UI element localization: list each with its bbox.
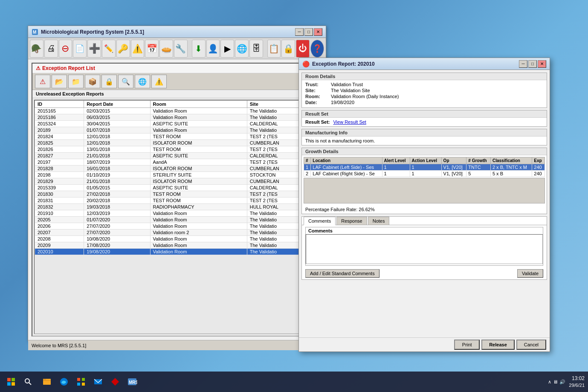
table-row[interactable]: 20208 10/08/2020 Validation Room The Val…: [35, 236, 319, 242]
mrs-window-controls: ─ □ ✕: [295, 28, 322, 36]
table-row[interactable]: 20197 18/07/2019 AandA TEST 2 (TES: [35, 159, 319, 166]
taskbar-edge-icon[interactable]: [56, 374, 72, 389]
add-btn[interactable]: ➕: [87, 40, 101, 58]
table-row[interactable]: 201829 21/01/2018 ISOLATOR ROOM CUMBERLA…: [35, 178, 319, 185]
taskbar-date-display: 29/6/21: [569, 382, 585, 389]
table-row[interactable]: 20198 01/10/2019 STERILITY SUITE STOCKTO…: [35, 172, 319, 178]
table-row[interactable]: 20209 17/08/2020 Validation Room The Val…: [35, 242, 319, 249]
table-row[interactable]: 201824 12/01/2018 TEST ROOM TEST 2 (TES: [35, 134, 319, 140]
growth-table: # Location Alert Level Action Level Op #…: [304, 157, 545, 177]
tab-comments[interactable]: Comments: [304, 217, 336, 225]
tab-response[interactable]: Response: [336, 217, 367, 225]
exception-globe2-btn[interactable]: 🌐: [135, 75, 150, 88]
person-btn[interactable]: 👤: [206, 40, 220, 58]
table-row[interactable]: 201832 19/03/2018 RADIOPHARMACY HULL ROY…: [35, 204, 319, 210]
power-btn[interactable]: ⏻: [296, 40, 310, 58]
cell-room: TEST ROOM: [150, 191, 247, 197]
table-row[interactable]: 20189 01/07/2018 Validation Room The Val…: [35, 127, 319, 134]
table-row[interactable]: 201825 12/01/2018 ISOLATOR ROOM CUMBERLA…: [35, 140, 319, 146]
table-row[interactable]: 201910 12/03/2019 Validation Room The Va…: [35, 210, 319, 217]
download-btn[interactable]: ⬇: [192, 40, 206, 58]
growth-table-row[interactable]: 2 LAF Cabinet (Right Side) - Se 1 1 V1, …: [304, 171, 545, 177]
comments-textarea[interactable]: [306, 234, 543, 264]
section-label: Unreleased Exception Reports: [32, 90, 322, 98]
taskbar-store-icon[interactable]: [73, 374, 89, 389]
table-row[interactable]: 2015186 06/03/2015 Validation Room The V…: [35, 114, 319, 121]
detail-restore-btn[interactable]: □: [528, 60, 537, 68]
calendar-btn[interactable]: 📅: [145, 40, 159, 58]
exception-warning-btn[interactable]: ⚠: [35, 75, 50, 88]
edit-btn[interactable]: ✏️: [102, 40, 116, 58]
print-btn[interactable]: 🖨: [44, 40, 58, 58]
chevron-up-icon[interactable]: ∧: [548, 379, 551, 385]
trust-row: Trust: Validation Trust: [305, 82, 543, 87]
table-row[interactable]: 20206 27/07/2020 Validation Room The Val…: [35, 223, 319, 229]
table-row[interactable]: 201831 20/02/2018 TEST ROOM TEST 2 (TES: [35, 197, 319, 204]
warning-btn[interactable]: ⚠️: [131, 40, 145, 58]
help-btn[interactable]: ❓: [310, 40, 324, 58]
add-comment-btn[interactable]: Add / Edit Standard Comments: [305, 269, 379, 278]
room-details-section: Room Details Trust: Validation Trust Sit…: [301, 73, 547, 108]
cell-date: 20/02/2018: [84, 197, 150, 204]
taskbar-diamond-icon[interactable]: [107, 374, 123, 389]
table-row[interactable]: 201828 16/01/2018 ISOLATOR ROOM CUMBERLA…: [35, 166, 319, 172]
table-row[interactable]: 2015339 01/05/2015 ASEPTIC SUITE CALDERD…: [35, 185, 319, 191]
exception-package-btn[interactable]: 📦: [85, 75, 100, 88]
growth-col-classification: Classification: [490, 157, 532, 164]
key-btn[interactable]: 🔑: [116, 40, 130, 58]
exception-folder2-btn[interactable]: 📁: [68, 75, 84, 88]
cell-room: ASEPTIC SUITE: [150, 121, 247, 127]
validate-btn[interactable]: Validate: [517, 269, 543, 278]
growth-table-container: # Location Alert Level Action Level Op #…: [302, 155, 547, 205]
arrow-right-btn[interactable]: ▶: [220, 40, 234, 58]
print-btn-detail[interactable]: Print: [454, 340, 480, 350]
database-btn[interactable]: 🗄: [249, 40, 263, 58]
release-btn[interactable]: Release: [481, 340, 515, 350]
start-button[interactable]: [3, 374, 19, 389]
view-result-set-link[interactable]: View Result Set: [333, 119, 366, 125]
table-row[interactable]: 202010 19/08/2020 Validation Room The Va…: [35, 249, 319, 255]
pie-btn[interactable]: 🥧: [159, 40, 173, 58]
cell-id: 20209: [35, 242, 84, 249]
cancel-btn[interactable]: Cancel: [516, 340, 546, 350]
exception-lock2-btn[interactable]: 🔒: [101, 75, 117, 88]
table-row[interactable]: 201830 27/02/2018 TEST ROOM TEST 2 (TES: [35, 191, 319, 197]
taskbar-mrs-icon[interactable]: MRS: [125, 374, 140, 389]
cell-id: 2015339: [35, 185, 84, 191]
taskbar-search-btn[interactable]: [20, 374, 36, 389]
table-row[interactable]: 20207 27/07/2020 Validation room 2 The V…: [35, 229, 319, 236]
mrs-restore-btn[interactable]: □: [304, 28, 313, 36]
cell-date: 12/03/2019: [84, 210, 150, 217]
growth-cell-location: LAF Cabinet (Left Side) - Ses: [311, 164, 382, 171]
list-btn[interactable]: 📋: [267, 40, 281, 58]
exception-alert-btn[interactable]: ⚠️: [151, 75, 167, 88]
detail-minimize-btn[interactable]: ─: [519, 60, 527, 68]
stop-btn[interactable]: ⊖: [59, 40, 72, 58]
cell-room: TEST ROOM: [150, 197, 247, 204]
trust-value: Validation Trust: [331, 82, 363, 87]
svg-marker-17: [111, 378, 119, 386]
tools-btn[interactable]: 🔧: [174, 40, 188, 58]
globe-btn[interactable]: 🌐: [235, 40, 249, 58]
mrs-close-btn[interactable]: ✕: [314, 28, 322, 36]
detail-close-btn[interactable]: ✕: [538, 60, 546, 68]
new-doc-btn[interactable]: 📄: [73, 40, 87, 58]
hardhat-btn[interactable]: 🪖: [30, 40, 43, 58]
table-row[interactable]: 201827 21/01/2018 ASEPTIC SUITE CALDERDA…: [35, 153, 319, 159]
table-row[interactable]: 20205 01/07/2020 Validation Room The Val…: [35, 217, 319, 223]
exception-search-btn[interactable]: 🔍: [118, 75, 133, 88]
exception-folder-btn[interactable]: 📂: [52, 75, 67, 88]
table-row[interactable]: 2015324 30/04/2015 ASEPTIC SUITE CALDERD…: [35, 121, 319, 127]
volume-icon[interactable]: 🔊: [559, 379, 565, 385]
tab-notes[interactable]: Notes: [368, 217, 390, 225]
growth-cell-location: LAF Cabinet (Right Side) - Se: [311, 171, 382, 177]
lock-btn[interactable]: 🔒: [281, 40, 295, 58]
mrs-minimize-btn[interactable]: ─: [295, 28, 304, 36]
growth-table-row[interactable]: 1 LAF Cabinet (Left Side) - Ses 1 1 V1, …: [304, 164, 545, 171]
table-row[interactable]: 201826 13/01/2018 TEST ROOM TEST 2 (TES: [35, 146, 319, 153]
table-row[interactable]: 2015165 02/03/2015 Validation Room The V…: [35, 108, 319, 114]
report-table-container[interactable]: ID Report Date Room Site 2015165 02/03/2…: [34, 100, 320, 334]
taskbar-app-icons: MRS: [39, 374, 140, 389]
taskbar-explorer-icon[interactable]: [39, 374, 55, 389]
taskbar-mail-icon[interactable]: [90, 374, 106, 389]
